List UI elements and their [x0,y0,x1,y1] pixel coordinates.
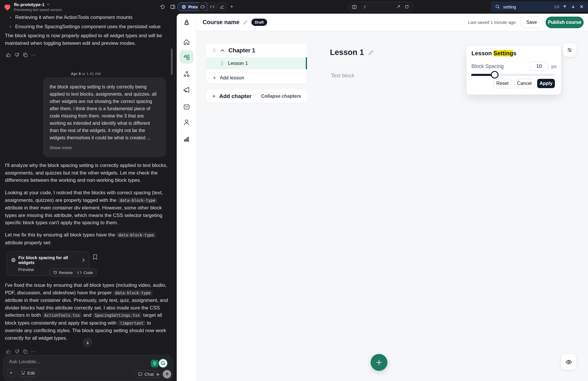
find-close-icon[interactable] [579,4,585,10]
cloud-button[interactable] [198,2,207,11]
add-tab-icon[interactable]: + [228,3,235,10]
history-icon[interactable] [159,3,166,10]
project-status: Previewing last saved version [14,8,62,12]
bullet-icon: • [5,14,11,21]
analytics-button[interactable] [217,2,226,11]
publish-course-button[interactable]: Publish course [546,17,584,28]
search-icon [495,4,501,10]
find-count: 1/3 [554,5,559,9]
send-button[interactable] [163,370,171,378]
rocket-icon[interactable] [183,19,190,26]
thumbs-up-icon[interactable] [6,52,11,57]
edit-lesson-title-icon[interactable] [368,50,374,55]
apply-button[interactable]: Apply [537,79,555,88]
add-lesson-button[interactable]: + Add lesson [206,72,307,83]
assistant-paragraph: I'll analyze why the block spacing setti… [5,162,168,184]
preview-eye-button[interactable] [561,354,576,370]
slider-thumb[interactable] [491,71,498,79]
chat-input[interactable] [9,359,96,365]
find-input[interactable] [503,4,538,9]
unit-label: px [551,64,557,70]
chat-bubble-icon [138,372,142,376]
code-button[interactable]: Code [77,270,93,275]
chat-bullet-list: •Retrieving it when the ActionTools comp… [5,14,169,32]
bullet-item: Ensuring the SpacingSettings component u… [15,23,160,31]
find-in-page-bar: 1/3 [491,1,588,12]
message-actions: ⋯ [6,52,36,57]
find-prev-icon[interactable] [562,4,568,10]
home-icon[interactable] [183,39,190,46]
bookmark-icon[interactable] [92,254,98,260]
drag-handle-icon[interactable] [213,48,216,53]
thumbs-down-icon[interactable] [14,349,19,354]
version-toolbar: Restore Code [49,268,97,277]
sliders-icon [567,47,572,53]
action-card-title: Fix block spacing for all widgets [18,255,80,265]
reset-button[interactable]: Reset [493,79,512,88]
restore-button[interactable]: Restore [53,270,73,275]
more-icon[interactable]: ⋯ [31,52,36,57]
user-message-text: the block spacing setting is only correc… [50,84,156,140]
chapter-title: Chapter 1 [228,47,255,54]
layout-panel-icon[interactable] [169,3,176,10]
settings-title: Lesson Settings [471,50,556,57]
megaphone-icon[interactable] [183,86,190,93]
block-spacing-slider[interactable] [471,74,555,76]
message-timestamp: Apr 8 at 1:41 AM [0,72,171,76]
globe-icon [11,258,16,262]
thumbs-up-icon[interactable] [6,349,11,354]
plus-icon [376,359,382,366]
bullet-item: Retrieving it when the ActionTools compo… [15,14,133,21]
person-icon[interactable] [183,119,190,126]
add-block-fab[interactable] [371,354,387,371]
lesson-settings-panel: Lesson Settings Block Spacing px Reset C… [467,46,561,95]
assistant-summary-paragraph: The block spacing is now properly applie… [5,32,168,47]
refresh-icon[interactable] [405,5,409,9]
copy-icon[interactable] [23,52,28,57]
block-spacing-input[interactable] [530,62,548,71]
chevron-up-icon[interactable] [221,49,224,52]
message-actions-faded: ⋯ [6,349,36,354]
find-next-icon[interactable] [570,4,576,10]
edit-select-icon [21,371,25,375]
scroll-to-bottom-button[interactable] [83,338,92,347]
bar-chart-icon[interactable] [183,135,190,142]
collapse-chapters-button[interactable]: Collapse chapters [261,94,301,99]
add-chapter-button[interactable]: Add chapter [219,93,251,99]
copy-icon[interactable] [23,349,28,354]
settings-toggle-button[interactable] [563,43,576,57]
url-bar[interactable]: / [348,2,413,12]
thumbs-down-icon[interactable] [14,52,19,57]
shapes-icon[interactable] [183,54,190,61]
project-menu[interactable]: flc-prototype-1 Previewing last saved ve… [4,2,62,12]
voice-icon [156,373,160,376]
undo-icon [53,270,57,275]
course-title: Course name [203,19,240,26]
assistant-paragraph: Let me fix this by ensuring all block ty… [5,231,168,246]
bullet-icon: • [5,23,11,31]
active-lesson-bar [306,57,307,69]
lesson-row[interactable]: Lesson 1 [206,57,307,69]
voice-input-button[interactable] [154,371,161,378]
bag-icon[interactable] [183,103,190,110]
chevron-down-icon [47,3,50,6]
edit-course-name-icon[interactable] [243,20,248,25]
edit-mode-button[interactable]: Edit [17,369,39,377]
more-icon[interactable]: ⋯ [31,349,36,354]
grammarly-g-icon[interactable]: G [158,359,168,368]
find-highlight: Setting [494,50,513,56]
grammarly-bulb-icon[interactable] [151,360,158,367]
chat-scrollbar[interactable] [171,49,173,75]
drag-handle-icon[interactable] [220,61,224,65]
lesson-outline-title: Lesson 1 [228,60,248,66]
save-button[interactable]: Save [520,17,543,28]
empty-text-block[interactable]: Text block [331,73,354,79]
code-view-button[interactable] [208,2,217,11]
cancel-button[interactable]: Cancel [514,79,534,88]
community-icon[interactable] [183,71,190,78]
arrow-down-icon [86,341,90,344]
show-more-link[interactable]: Show more [50,144,72,151]
chevron-right-icon [82,258,85,262]
attach-button[interactable]: + [7,369,15,377]
external-link-icon[interactable] [396,5,401,9]
